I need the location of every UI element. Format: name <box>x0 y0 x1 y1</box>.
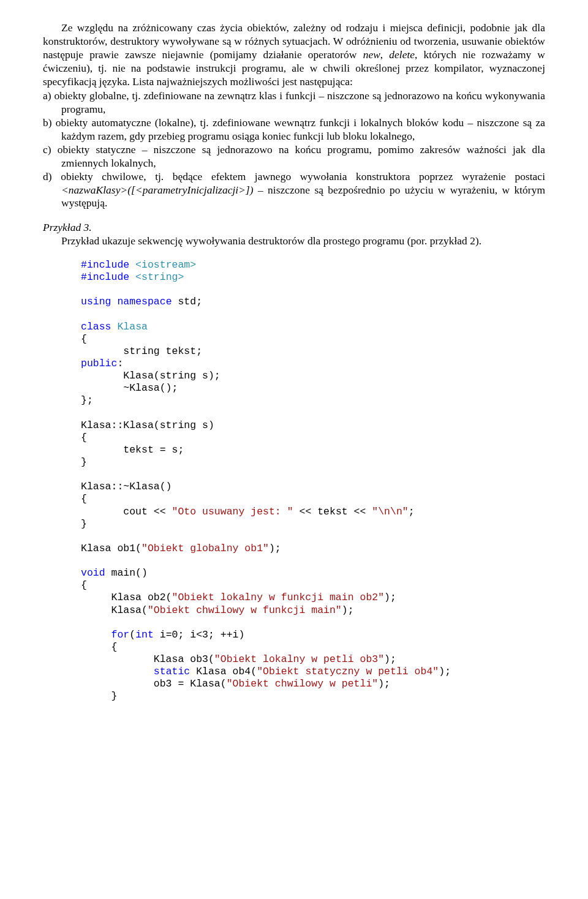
code-token: "Oto usuwany jest: " <box>172 506 293 517</box>
code-token: int <box>135 629 154 641</box>
code-token: main() <box>105 567 148 579</box>
italic-delete: delete <box>389 48 415 61</box>
code-token: Klasa::~Klasa() <box>81 481 172 492</box>
italic-new: new <box>363 48 380 61</box>
code-token: { <box>81 432 87 443</box>
code-token: #include <box>81 259 129 271</box>
code-token <box>81 666 154 677</box>
code-token: Klasa ob2( <box>81 592 172 603</box>
text: , <box>380 48 389 61</box>
code-token: void <box>81 567 105 579</box>
code-token: ); <box>439 666 451 677</box>
code-token: ~Klasa(); <box>81 382 178 394</box>
code-token: Klasa ob3( <box>81 653 214 665</box>
code-token: Klasa ob4( <box>190 666 257 677</box>
code-token: ); <box>342 604 354 616</box>
code-token: "Obiekt chwilowy w funkcji main" <box>148 604 342 616</box>
code-token: #include <box>81 271 129 283</box>
code-token: : <box>117 358 123 369</box>
list-item-d: d) obiekty chwilowe, tj. będące efektem … <box>43 170 545 211</box>
code-token: } <box>81 518 87 530</box>
code-token: class <box>81 321 111 333</box>
code-token: static <box>154 666 190 677</box>
code-token: Klasa( <box>81 604 148 616</box>
code-token: Klasa <box>117 321 148 333</box>
code-token: public <box>81 358 117 369</box>
list-item-b: b) obiekty automatyczne (lokalne), tj. z… <box>43 116 545 143</box>
code-token: } <box>81 690 117 702</box>
code-token: ; <box>409 506 415 517</box>
code-token: string tekst; <box>81 345 202 357</box>
text: d) obiekty chwilowe, tj. będące efektem … <box>43 170 545 182</box>
code-token: "Obiekt lokalny w funkcji main ob2" <box>172 592 385 603</box>
code-token <box>81 629 111 641</box>
code-token: }; <box>81 394 93 406</box>
code-token: Klasa ob1( <box>81 543 141 554</box>
code-token: } <box>81 456 87 468</box>
code-token: ); <box>384 653 396 665</box>
code-token: tekst = s; <box>81 444 184 456</box>
code-token: ob3 = Klasa( <box>81 678 227 690</box>
code-token: cout << <box>81 506 172 517</box>
code-token: Klasa(string s); <box>81 370 221 382</box>
list-item-a: a) obiekty globalne, tj. zdefiniowane na… <box>43 89 545 116</box>
ordered-list: a) obiekty globalne, tj. zdefiniowane na… <box>43 89 545 210</box>
code-token: { <box>81 333 87 345</box>
code-token: "Obiekt statyczny w petli ob4" <box>257 666 439 677</box>
code-token <box>111 321 118 333</box>
italic-expr: <nazwaKlasy>([<parametryInicjalizacji>]) <box>61 184 254 196</box>
code-token: "\n\n" <box>372 506 408 517</box>
list-item-c: c) obiekty statyczne – niszczone są jedn… <box>43 143 545 170</box>
example-description: Przykład ukazuje sekwencję wywoływania d… <box>43 235 545 248</box>
code-token: "Obiekt chwilowy w petli" <box>227 678 379 690</box>
code-token: { <box>81 641 117 653</box>
code-token: { <box>81 579 87 591</box>
code-token: Klasa::Klasa(string s) <box>81 419 214 431</box>
code-token: <string> <box>129 271 184 283</box>
code-token: for <box>111 629 130 641</box>
paragraph-intro: Ze względu na zróżnicowany czas życia ob… <box>43 21 545 88</box>
code-token: <iostream> <box>129 259 196 271</box>
code-token: ); <box>378 678 390 690</box>
code-token: { <box>81 493 87 505</box>
code-token: "Obiekt lokalny w petli ob3" <box>214 653 384 665</box>
example-label: Przykład 3. <box>43 221 545 235</box>
code-token: ( <box>129 629 135 641</box>
code-token: namespace <box>117 296 172 307</box>
code-block: #include <iostream> #include <string> us… <box>81 259 545 703</box>
code-token: << tekst << <box>293 506 372 517</box>
code-token: std; <box>172 296 203 307</box>
code-token <box>111 296 118 307</box>
code-token: ); <box>269 543 281 554</box>
code-token: ); <box>384 592 396 603</box>
code-token: i=0; i<3; ++i) <box>154 629 245 641</box>
code-token: "Obiekt globalny ob1" <box>141 543 269 554</box>
code-token: using <box>81 296 111 307</box>
